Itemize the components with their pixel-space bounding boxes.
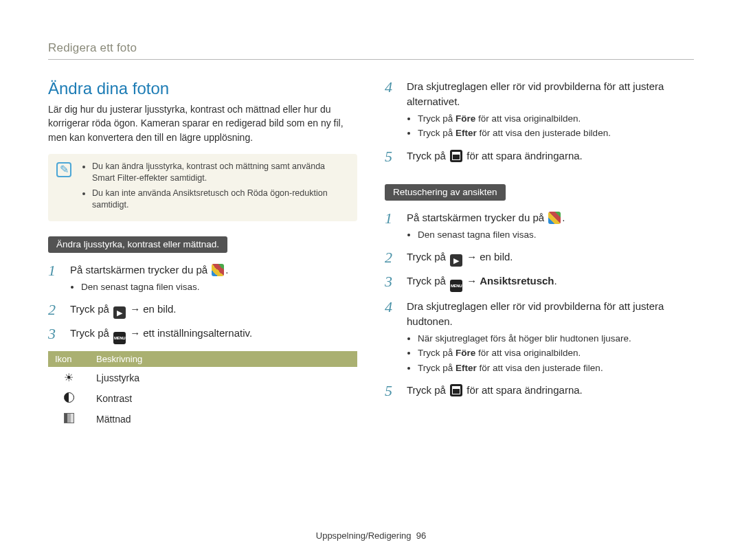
- step-text: en bild.: [480, 251, 513, 262]
- table-row: ☀ Ljusstyrka: [48, 367, 357, 388]
- step-body: Tryck på MENU→Ansiktsretusch.: [407, 273, 694, 292]
- step-text: Tryck på: [70, 327, 112, 339]
- step-body: Dra skjutreglagen eller rör vid provbild…: [407, 79, 694, 142]
- subheading-pill: Retuschering av ansikten: [385, 184, 506, 201]
- note-item: Du kan ändra ljusstyrka, kontrast och mä…: [92, 161, 349, 185]
- step-text: Tryck på: [407, 275, 449, 287]
- two-column-layout: Ändra dina foton Lär dig hur du justerar…: [48, 79, 694, 429]
- step-row: 1 På startskärmen trycker du på . Den se…: [48, 262, 357, 295]
- table-cell: Ljusstyrka: [89, 367, 357, 388]
- step-sub-item: Den senast tagna filen visas.: [418, 228, 694, 242]
- note-item: Du kan inte använda Ansiktsretusch och R…: [92, 188, 349, 212]
- step-row: 4 Dra skjutreglagen eller rör vid provbi…: [385, 79, 694, 142]
- step-body: Tryck på ▶→en bild.: [70, 302, 357, 319]
- step-text: .: [562, 212, 565, 223]
- contrast-icon: [64, 392, 74, 403]
- step-text: .: [554, 275, 557, 287]
- step-text: På startskärmen trycker du på: [407, 212, 547, 223]
- play-icon: ▶: [113, 306, 126, 319]
- step-number: 1: [385, 210, 398, 243]
- step-number: 4: [385, 79, 398, 142]
- table-cell: Mättnad: [89, 409, 357, 429]
- step-text: en bild.: [143, 303, 176, 315]
- step-number: 3: [385, 273, 398, 292]
- step-row: 3 Tryck på MENU→Ansiktsretusch.: [385, 273, 694, 292]
- step-text: för att spara ändringarna.: [464, 384, 583, 396]
- step-text: Dra skjutreglagen eller rör vid provbild…: [407, 300, 664, 327]
- left-column: Ändra dina foton Lär dig hur du justerar…: [48, 79, 357, 429]
- save-icon: [450, 150, 462, 162]
- icon-description-table: Ikon Beskrivning ☀ Ljusstyrka Kontrast M…: [48, 351, 357, 429]
- play-icon: ▶: [450, 254, 462, 267]
- step-number: 2: [48, 302, 62, 319]
- step-sub-item: Tryck på Efter för att visa den justerad…: [418, 126, 694, 140]
- step-body: Tryck på ▶→en bild.: [407, 249, 694, 267]
- step-body: Tryck på för att spara ändringarna.: [407, 383, 694, 399]
- table-row: Kontrast: [48, 388, 357, 409]
- bold-label: Ansiktsretusch: [480, 275, 554, 287]
- step-text: På startskärmen trycker du på: [70, 264, 210, 276]
- brightness-icon: ☀: [64, 372, 74, 383]
- note-box: ✎ Du kan ändra ljusstyrka, kontrast och …: [48, 154, 357, 221]
- step-text: .: [225, 264, 228, 276]
- section-title: Ändra dina foton: [48, 79, 357, 98]
- mosaic-icon: [548, 212, 561, 224]
- table-row: Mättnad: [48, 409, 357, 429]
- step-number: 5: [385, 148, 398, 165]
- step-number: 1: [48, 262, 62, 295]
- step-text: Dra skjutreglagen eller rör vid provbild…: [407, 80, 664, 107]
- arrow-icon: →: [130, 303, 140, 315]
- step-text: Tryck på: [407, 150, 449, 161]
- footer-text: Uppspelning/Redigering: [316, 530, 412, 541]
- step-row: 4 Dra skjutreglagen eller rör vid provbi…: [385, 299, 694, 376]
- subheading-pill: Ändra ljusstyrka, kontrast eller mättnad…: [48, 236, 227, 253]
- step-body: Tryck på för att spara ändringarna.: [407, 148, 694, 165]
- breadcrumb: Redigera ett foto: [48, 41, 694, 60]
- page-number: 96: [416, 530, 426, 541]
- menu-icon: MENU: [450, 280, 462, 292]
- step-body: Dra skjutreglagen eller rör vid provbild…: [407, 299, 694, 376]
- step-body: På startskärmen trycker du på . Den sena…: [70, 262, 357, 295]
- menu-icon: MENU: [113, 332, 126, 344]
- step-body: På startskärmen trycker du på . Den sena…: [407, 210, 694, 243]
- arrow-icon: →: [466, 275, 477, 287]
- step-row: 5 Tryck på för att spara ändringarna.: [385, 383, 694, 399]
- step-sub-item: Tryck på Efter för att visa den justerad…: [418, 361, 694, 375]
- arrow-icon: →: [130, 327, 140, 339]
- note-icon: ✎: [56, 162, 71, 177]
- arrow-icon: →: [466, 251, 477, 262]
- saturation-icon: [64, 413, 74, 423]
- step-number: 2: [385, 249, 398, 267]
- intro-text: Lär dig hur du justerar ljusstyrka, kont…: [48, 102, 357, 144]
- step-text: Tryck på: [70, 303, 112, 315]
- step-sub-item: Den senast tagna filen visas.: [81, 280, 357, 294]
- step-row: 5 Tryck på för att spara ändringarna.: [385, 148, 694, 165]
- step-sub-item: Tryck på Före för att visa originalbilde…: [418, 112, 694, 126]
- step-body: Tryck på MENU→ett inställningsalternativ…: [70, 326, 357, 344]
- step-row: 2 Tryck på ▶→en bild.: [48, 302, 357, 319]
- right-column: 4 Dra skjutreglagen eller rör vid provbi…: [385, 79, 694, 429]
- save-icon: [450, 384, 462, 396]
- mosaic-icon: [212, 264, 224, 276]
- table-header: Beskrivning: [89, 351, 357, 367]
- step-sub-item: När skjutreglaget förs åt höger blir hud…: [418, 332, 694, 346]
- step-row: 1 På startskärmen trycker du på . Den se…: [385, 210, 694, 243]
- step-text: Tryck på: [407, 384, 449, 396]
- step-number: 4: [385, 299, 398, 376]
- footer: Uppspelning/Redigering 96: [0, 530, 742, 541]
- step-text: för att spara ändringarna.: [464, 150, 583, 161]
- table-cell: Kontrast: [89, 388, 357, 409]
- step-text: Tryck på: [407, 251, 449, 262]
- step-sub-item: Tryck på Före för att visa originalbilde…: [418, 346, 694, 360]
- step-row: 3 Tryck på MENU→ett inställningsalternat…: [48, 326, 357, 344]
- step-number: 5: [385, 383, 398, 399]
- step-row: 2 Tryck på ▶→en bild.: [385, 249, 694, 267]
- table-header: Ikon: [48, 351, 89, 367]
- step-text: ett inställningsalternativ.: [143, 327, 252, 339]
- step-number: 3: [48, 326, 62, 344]
